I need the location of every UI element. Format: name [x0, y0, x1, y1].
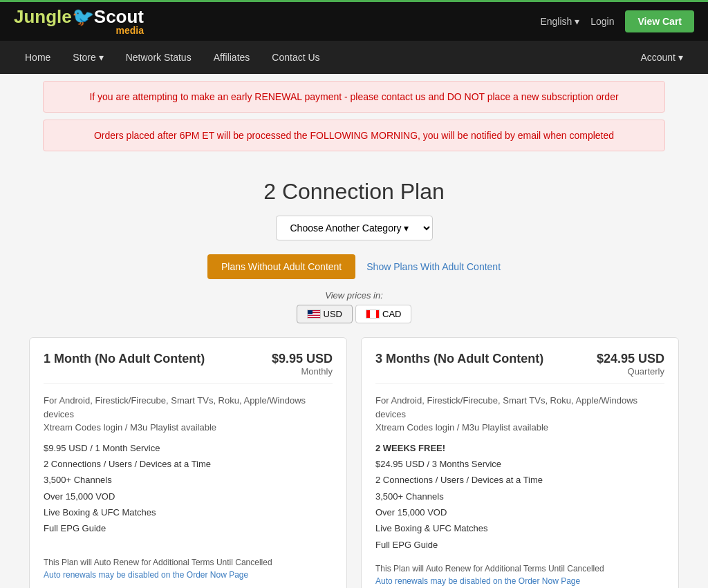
account-button[interactable]: Account ▾	[629, 41, 694, 74]
plan-1month-name: 1 Month (No Adult Content)	[44, 352, 205, 366]
currency-row: View prices in: USD CAD	[29, 290, 679, 323]
language-button[interactable]: English ▾	[540, 16, 579, 27]
plan-3months-footer: This Plan will Auto Renew for Additional…	[375, 562, 664, 587]
cad-label: CAD	[382, 309, 401, 319]
plan-1month-description: For Android, Firestick/Firecube, Smart T…	[44, 394, 333, 435]
plan-3months-order-link[interactable]: Auto renewals may be disabled on the Ord…	[375, 576, 580, 586]
show-adult-link[interactable]: Show Plans With Adult Content	[366, 261, 501, 272]
plan-3months-price: $24.95 USD Quarterly	[597, 352, 664, 377]
cad-flag-icon	[366, 310, 380, 319]
plan-1month-features: $9.95 USD / 1 Month Service 2 Connection…	[44, 440, 333, 537]
nav-left: Home Store ▾ Network Status Affiliates C…	[14, 41, 331, 74]
logo-media: media	[14, 26, 144, 35]
plan-1month-amount: $9.95 USD	[272, 352, 333, 366]
plan-1month-period: Monthly	[272, 366, 333, 377]
filter-row: Plans Without Adult Content Show Plans W…	[29, 254, 679, 279]
plan-1month: 1 Month (No Adult Content) $9.95 USD Mon…	[29, 337, 347, 588]
usd-button[interactable]: USD	[297, 305, 353, 323]
nav-right: Account ▾	[629, 41, 694, 74]
category-dropdown[interactable]: Choose Another Category ▾	[276, 216, 433, 240]
free-weeks-label: 2 WEEKS FREE!	[375, 443, 445, 453]
view-cart-button[interactable]: View Cart	[625, 10, 694, 32]
plan-1month-header: 1 Month (No Adult Content) $9.95 USD Mon…	[44, 352, 333, 384]
navigation: Home Store ▾ Network Status Affiliates C…	[0, 41, 708, 74]
login-button[interactable]: Login	[590, 16, 614, 27]
nav-store[interactable]: Store ▾	[62, 41, 114, 74]
page-title: 2 Connection Plan	[29, 179, 679, 205]
header-right: English ▾ Login View Cart	[540, 10, 694, 32]
logo: Jungle🐦Scout media	[14, 8, 144, 35]
logo-jungle: Jungle	[14, 6, 72, 27]
plan-3months-period: Quarterly	[597, 366, 664, 377]
plan-3months-description: For Android, Firestick/Firecube, Smart T…	[375, 394, 664, 435]
plan-3months-header: 3 Months (No Adult Content) $24.95 USD Q…	[375, 352, 664, 384]
plan-1month-footer: This Plan will Auto Renew for Additional…	[44, 556, 333, 581]
no-adult-button[interactable]: Plans Without Adult Content	[207, 254, 355, 279]
usd-flag-icon	[307, 310, 321, 319]
plans-grid: 1 Month (No Adult Content) $9.95 USD Mon…	[29, 337, 679, 588]
main-content: 2 Connection Plan Choose Another Categor…	[15, 151, 693, 588]
plan-3months-name: 3 Months (No Adult Content)	[375, 352, 543, 366]
header: Jungle🐦Scout media English ▾ Login View …	[0, 0, 708, 41]
logo-bird: 🐦	[72, 6, 94, 27]
nav-home[interactable]: Home	[14, 41, 62, 74]
nav-affiliates[interactable]: Affiliates	[203, 41, 261, 74]
cad-button[interactable]: CAD	[355, 305, 411, 323]
plan-1month-order-link[interactable]: Auto renewals may be disabled on the Ord…	[44, 570, 248, 580]
alert-orders: Orders placed after 6PM ET will be proce…	[43, 120, 665, 151]
plan-1month-price: $9.95 USD Monthly	[272, 352, 333, 377]
nav-contact-us[interactable]: Contact Us	[261, 41, 330, 74]
plan-3months-amount: $24.95 USD	[597, 352, 664, 366]
nav-network-status[interactable]: Network Status	[115, 41, 203, 74]
logo-scout: Scout	[94, 6, 144, 27]
alert-renewal: If you are attempting to make an early R…	[43, 81, 665, 113]
plan-3months-features: 2 WEEKS FREE! $24.95 USD / 3 Months Serv…	[375, 440, 664, 553]
currency-label: View prices in:	[325, 290, 383, 301]
usd-label: USD	[324, 309, 342, 319]
currency-buttons: USD CAD	[297, 305, 412, 323]
plan-3months: 3 Months (No Adult Content) $24.95 USD Q…	[361, 337, 679, 588]
